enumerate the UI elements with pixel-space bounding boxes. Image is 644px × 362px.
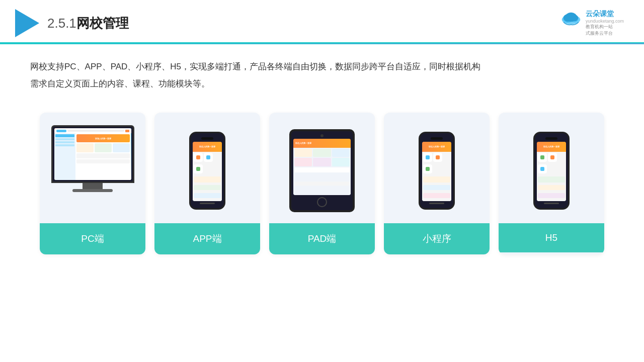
miniapp-notch xyxy=(431,137,443,140)
svg-point-5 xyxy=(571,15,578,21)
pc-stand xyxy=(83,183,103,189)
mobile-icon-2 xyxy=(204,153,213,162)
pc-mockup: 职场人的第一堂课 xyxy=(50,125,135,216)
mobile-screen-body xyxy=(193,152,222,201)
logo-triangle-icon xyxy=(15,9,39,37)
svg-point-4 xyxy=(564,14,572,22)
cards-container: 职场人的第一堂课 xyxy=(0,98,644,264)
miniapp-icon-3 xyxy=(423,164,432,173)
header-left: 2.5.1网校管理 xyxy=(15,9,129,37)
pc-image-area: 职场人的第一堂课 xyxy=(40,113,145,223)
h5-screen-header: 职达人的第一堂课 xyxy=(537,142,566,152)
h5-screen-body xyxy=(537,152,566,201)
h5-icon-3 xyxy=(538,164,547,173)
description-text: 网校支持PC、APP、PAD、小程序、H5，实现多端打通，产品各终端自由切换，数… xyxy=(0,44,644,98)
tablet-home-button xyxy=(317,197,327,207)
mobile-screen-header: 职达人的第一堂课 xyxy=(193,142,222,152)
description-paragraph-2: 需求自定义页面上的内容、课程、功能模块等。 xyxy=(30,75,614,93)
h5-header-text: 职达人的第一堂课 xyxy=(543,145,559,148)
tablet-block-1 xyxy=(294,149,312,157)
pad-image-area: 职达人的第一堂课 xyxy=(269,113,375,223)
brand-text-block: 云朵课堂 yunduoketang.com 教育机构一站 式服务云平台 xyxy=(586,10,624,37)
h5-card-label: H5 xyxy=(499,223,604,252)
pc-screen-outer: 职场人的第一堂课 xyxy=(51,125,134,183)
brand-url: yunduoketang.com xyxy=(586,19,624,24)
brand-tagline: 教育机构一站 式服务云平台 xyxy=(586,24,624,37)
miniapp-screen: 职达人的第一堂课 xyxy=(422,142,451,201)
page-title: 2.5.1网校管理 xyxy=(47,15,129,32)
mobile-screen: 职达人的第一堂课 xyxy=(193,142,222,201)
mobile-notch xyxy=(201,137,213,140)
tablet-screen-body xyxy=(293,148,351,195)
miniapp-screen-header: 职达人的第一堂课 xyxy=(422,142,451,152)
h5-icon-2 xyxy=(548,153,557,162)
card-pc: 职场人的第一堂课 xyxy=(40,113,145,254)
card-pad: 职达人的第一堂课 PAD端 xyxy=(269,113,375,254)
description-paragraph: 网校支持PC、APP、PAD、小程序、H5，实现多端打通，产品各终端自由切换，数… xyxy=(30,58,614,75)
mobile-icon-3 xyxy=(194,164,203,173)
tablet-camera xyxy=(320,134,324,137)
miniapp-header-text: 职达人的第一堂课 xyxy=(429,145,445,148)
app-mobile-mockup: 职达人的第一堂课 xyxy=(189,132,225,210)
tablet-screen: 职达人的第一堂课 xyxy=(293,139,351,195)
pc-base xyxy=(72,189,113,192)
tablet-block-3 xyxy=(332,149,350,157)
tablet-block-6 xyxy=(332,158,350,166)
miniapp-card-label: 小程序 xyxy=(384,223,490,254)
brand-logo-area: 云朵课堂 yunduoketang.com 教育机构一站 式服务云平台 xyxy=(558,10,624,37)
pc-screen-inner: 职场人的第一堂课 xyxy=(54,128,131,180)
h5-icon-1 xyxy=(538,153,547,162)
miniapp-icon-2 xyxy=(433,153,442,162)
h5-screen: 职达人的第一堂课 xyxy=(537,142,566,201)
miniapp-icon-1 xyxy=(423,153,432,162)
miniapp-home-bar xyxy=(429,203,444,204)
pad-card-label: PAD端 xyxy=(269,223,375,254)
cloud-icon xyxy=(558,10,584,27)
miniapp-screen-body xyxy=(422,152,451,201)
app-card-label: APP端 xyxy=(154,223,260,254)
mobile-icon-1 xyxy=(194,153,203,162)
app-image-area: 职达人的第一堂课 xyxy=(154,113,260,223)
page-title-prefix: 2.5.1 xyxy=(47,16,76,31)
page-title-main: 网校管理 xyxy=(76,16,129,31)
pc-card-label: PC端 xyxy=(40,223,145,254)
tablet-block-5 xyxy=(313,158,331,166)
tablet-block-2 xyxy=(313,149,331,157)
card-app: 职达人的第一堂课 APP端 xyxy=(154,113,260,254)
mobile-header-text: 职达人的第一堂课 xyxy=(199,145,215,148)
miniapp-mobile-mockup: 职达人的第一堂课 xyxy=(419,132,455,210)
miniapp-image-area: 职达人的第一堂课 xyxy=(384,113,490,223)
card-miniapp: 职达人的第一堂课 小程序 xyxy=(384,113,490,254)
h5-image-area: 职达人的第一堂课 xyxy=(499,113,604,223)
brand-name: 云朵课堂 xyxy=(586,10,624,19)
tablet-block-4 xyxy=(294,158,312,166)
h5-mobile-mockup: 职达人的第一堂课 xyxy=(533,132,570,210)
h5-notch xyxy=(545,137,557,140)
tablet-screen-header: 职达人的第一堂课 xyxy=(293,139,351,148)
tablet-mockup: 职达人的第一堂课 xyxy=(289,129,355,212)
h5-home-bar xyxy=(544,203,559,204)
header: 2.5.1网校管理 云朵课堂 yunduoketang.com 教育机构一站 式… xyxy=(0,0,644,43)
mobile-home-bar xyxy=(200,203,215,204)
card-h5: 职达人的第一堂课 H5 xyxy=(499,113,604,254)
